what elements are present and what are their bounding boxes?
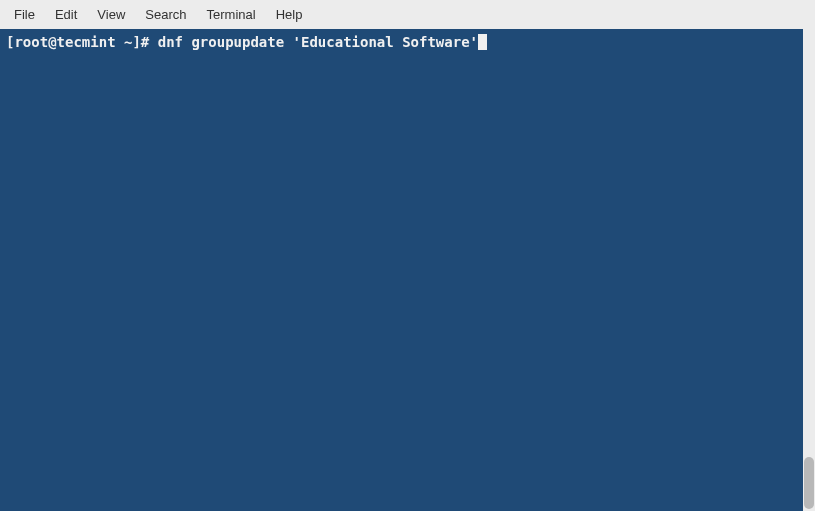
menu-file[interactable]: File xyxy=(4,3,45,26)
prompt-line: [root@tecmint ~]# dnf groupupdate 'Educa… xyxy=(6,33,797,51)
menu-terminal[interactable]: Terminal xyxy=(197,3,266,26)
terminal[interactable]: [root@tecmint ~]# dnf groupupdate 'Educa… xyxy=(0,29,803,511)
command-text: dnf groupupdate 'Educational Software' xyxy=(158,34,478,50)
scrollbar[interactable] xyxy=(803,29,815,511)
terminal-container: [root@tecmint ~]# dnf groupupdate 'Educa… xyxy=(0,29,815,511)
menu-edit[interactable]: Edit xyxy=(45,3,87,26)
menu-view[interactable]: View xyxy=(87,3,135,26)
menu-help[interactable]: Help xyxy=(266,3,313,26)
scroll-thumb[interactable] xyxy=(804,457,814,509)
menu-search[interactable]: Search xyxy=(135,3,196,26)
menubar: File Edit View Search Terminal Help xyxy=(0,0,815,29)
shell-prompt: [root@tecmint ~]# xyxy=(6,34,158,50)
cursor xyxy=(478,34,487,50)
